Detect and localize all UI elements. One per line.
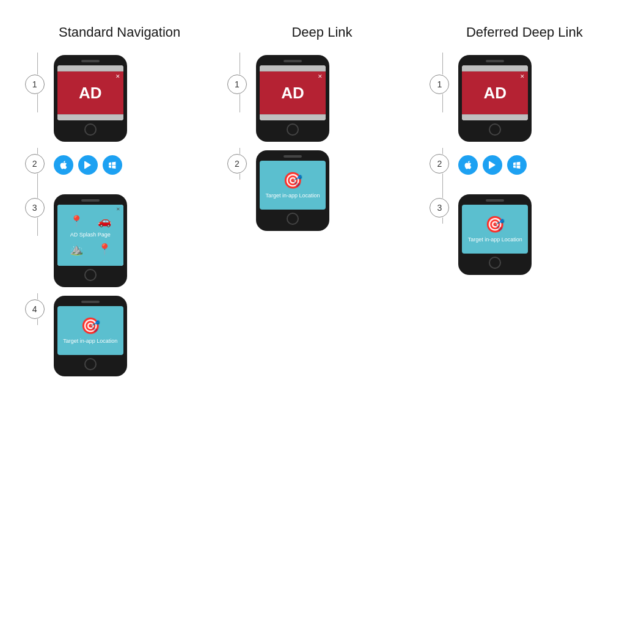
- step-circle-2-dl: 2: [227, 154, 247, 174]
- ad-banner-top-1: [57, 65, 123, 71]
- phone-ad-ddl: ✕ AD: [458, 55, 532, 142]
- ad-banner-top-1-dl: [260, 65, 326, 71]
- phone-home-1-ddl: [489, 123, 501, 136]
- target-icon-ddl: 🎯: [485, 215, 505, 234]
- v-seg-top-1-dl: [240, 53, 240, 75]
- windows-icon-std: [103, 155, 122, 175]
- step-circle-3: 3: [25, 198, 45, 218]
- phone-ad-1: ✕ AD: [54, 55, 127, 142]
- speaker-target-std: [81, 301, 100, 303]
- target-screen-ddl: 🎯 Target in-app Location: [462, 205, 528, 254]
- col-title-standard: Standard Navigation: [59, 24, 180, 40]
- col-title-deeplink: Deep Link: [291, 24, 352, 40]
- target-icon-dl: 🎯: [283, 171, 302, 190]
- phone-home-1-dl: [287, 123, 299, 136]
- play-icon-std: [78, 155, 98, 175]
- store-icons-std: [54, 150, 122, 180]
- step-row-2-dl: 2 🎯 Target in-app Location: [230, 148, 414, 237]
- column-deeplink: Deep Link 1 ✕ AD: [230, 24, 414, 626]
- step-body-2-dl: 🎯 Target in-app Location: [256, 148, 329, 237]
- line-wrap-3-ddl: 3: [433, 192, 452, 224]
- ad-close-x-1: ✕: [115, 73, 120, 79]
- splash-top-icons: 📍 🚗: [57, 212, 123, 230]
- step-row-3-ddl: 3 🎯 Target in-app Location: [433, 192, 616, 281]
- phone-home-target-std: [84, 358, 97, 370]
- target-content-dl: 🎯 Target in-app Location: [260, 161, 326, 210]
- ad-text-1-dl: AD: [281, 84, 304, 103]
- target-screen-std: 🎯 Target in-app Location: [57, 306, 123, 355]
- phone-target-std: 🎯 Target in-app Location: [54, 296, 127, 376]
- speaker-1-ddl: [486, 60, 504, 62]
- phone-home-target-dl: [287, 213, 299, 225]
- ad-close-x-1-dl: ✕: [318, 73, 323, 79]
- step-row-1-dl: 1 ✕ AD: [230, 53, 414, 148]
- play-icon-ddl: [483, 155, 502, 175]
- ad-text-1-ddl: AD: [484, 84, 507, 103]
- ad-close-x-1-ddl: ✕: [520, 73, 525, 79]
- splash-label-text: AD Splash Page: [68, 230, 113, 240]
- v-seg-bot-1-dl: [240, 94, 240, 112]
- v-seg-bot-2: [37, 174, 38, 192]
- step-body-3-ddl: 🎯 Target in-app Location: [458, 192, 532, 281]
- step-circle-2-ddl: 2: [430, 154, 449, 174]
- step-body-1-ddl: ✕ AD: [458, 53, 532, 148]
- splash-content: ✕ 📍 🚗 AD Splash Page ⛰️ 📍: [57, 205, 123, 266]
- v-seg-top-3: [37, 192, 38, 198]
- ad-banner-bottom-1-ddl: [462, 114, 528, 120]
- target-content-std: 🎯 Target in-app Location: [57, 306, 123, 355]
- splash-icon-mountain: ⛰️: [70, 243, 83, 256]
- target-screen-dl: 🎯 Target in-app Location: [260, 161, 326, 210]
- col-title-deferred: Deferred Deep Link: [466, 24, 583, 40]
- splash-icon-car: 🚗: [98, 214, 111, 228]
- splash-icon-pin: 📍: [70, 214, 83, 228]
- step-circle-2: 2: [25, 154, 45, 174]
- main-container: Standard Navigation 1 ✕ AD: [0, 0, 644, 644]
- splash-bot-icons: ⛰️ 📍: [57, 240, 123, 258]
- step-body-2-ddl: [458, 148, 527, 186]
- ad-screen-1-ddl: ✕ AD: [462, 65, 528, 120]
- v-seg-top-2: [37, 148, 38, 154]
- target-label-dl: Target in-app Location: [265, 192, 320, 200]
- v-seg-bot-2-ddl: [442, 174, 443, 192]
- step-circle-1-dl: 1: [227, 75, 247, 94]
- phone-home-splash: [84, 269, 97, 281]
- ad-screen-1: ✕ AD: [57, 65, 123, 120]
- target-label-ddl: Target in-app Location: [468, 236, 522, 244]
- step-body-4: 🎯 Target in-app Location: [54, 293, 127, 382]
- step-circle-4: 4: [25, 299, 45, 319]
- step-row-3-std: 3 ✕ 📍 🚗 AD Splash Page: [28, 192, 211, 293]
- v-seg-top-1-ddl: [442, 53, 443, 75]
- ad-banner-bottom-1: [57, 114, 123, 120]
- target-icon-std: 🎯: [81, 317, 100, 335]
- v-seg-bot-4: [37, 319, 38, 325]
- splash-screen-std: ✕ 📍 🚗 AD Splash Page ⛰️ 📍: [57, 205, 123, 266]
- step-body-3: ✕ 📍 🚗 AD Splash Page ⛰️ 📍: [54, 192, 127, 293]
- line-wrap-1-dl: 1: [230, 53, 250, 112]
- apple-icon-ddl: [458, 155, 478, 175]
- ad-red-area-1-dl: ✕ AD: [260, 71, 326, 114]
- v-seg-top-3-ddl: [442, 192, 443, 198]
- v-seg-top-1: [37, 53, 38, 75]
- speaker-target-ddl: [486, 199, 504, 202]
- v-seg-bot-3-ddl: [442, 218, 443, 224]
- speaker-1-dl: [284, 60, 302, 62]
- column-deferred: Deferred Deep Link 1 ✕ AD: [433, 24, 616, 626]
- speaker-splash: [81, 199, 100, 202]
- line-wrap-2-ddl: 2: [433, 148, 452, 192]
- splash-icon-map: 📍: [98, 243, 111, 256]
- step-circle-3-ddl: 3: [430, 198, 449, 218]
- ad-red-area-1: ✕ AD: [57, 71, 123, 114]
- phone-home-target-ddl: [489, 257, 501, 269]
- phone-splash-std: ✕ 📍 🚗 AD Splash Page ⛰️ 📍: [54, 194, 127, 287]
- target-label-std: Target in-app Location: [63, 338, 117, 345]
- v-seg-bot-1: [37, 94, 38, 112]
- step-body-2: [54, 148, 122, 186]
- v-seg-top-2-ddl: [442, 148, 443, 154]
- step-row-2-std: 2: [28, 148, 211, 192]
- line-wrap-2: 2: [28, 148, 48, 192]
- v-seg-bot-3: [37, 218, 38, 236]
- speaker-1: [81, 60, 100, 62]
- line-wrap-1-ddl: 1: [433, 53, 452, 112]
- step-row-2-ddl: 2: [433, 148, 616, 192]
- step-body-1-dl: ✕ AD: [256, 53, 329, 148]
